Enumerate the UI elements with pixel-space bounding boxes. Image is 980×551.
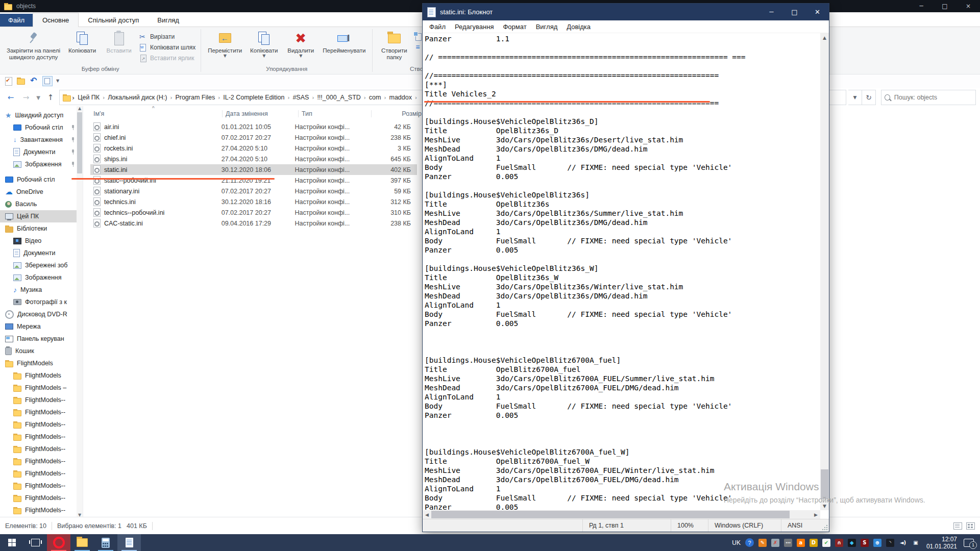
sidebar-item[interactable]: Цей ПК bbox=[0, 210, 77, 222]
copy-path-button[interactable]: Копіювати шлях bbox=[137, 42, 198, 53]
notepad-close-button[interactable]: ✕ bbox=[806, 4, 829, 20]
notepad-vertical-scrollbar[interactable]: ▲ ▼ bbox=[820, 33, 829, 510]
notepad-text-content[interactable]: Panzer 1.1 // ==========================… bbox=[423, 33, 820, 510]
tab-file[interactable]: Файл bbox=[0, 14, 33, 27]
start-button[interactable] bbox=[0, 534, 23, 551]
taskbar-calculator-button[interactable] bbox=[94, 534, 117, 551]
tray-icon[interactable]: D bbox=[810, 539, 818, 547]
breadcrumb-item[interactable]: Цей ПК › bbox=[76, 94, 105, 101]
sidebar-item[interactable]: Документи bbox=[0, 247, 77, 259]
file-row[interactable]: rockets.ini 27.04.2020 5:10 Настройки ко… bbox=[90, 143, 417, 154]
tray-icon[interactable]: ◝ bbox=[886, 539, 894, 547]
paste-shortcut-button[interactable]: Вставити ярлик bbox=[137, 53, 198, 63]
sidebar-item[interactable]: FlightModels-- bbox=[0, 418, 77, 431]
taskbar-explorer-button[interactable] bbox=[70, 534, 94, 551]
file-row[interactable]: technics.ini 30.12.2020 18:16 Настройки … bbox=[90, 196, 417, 207]
breadcrumb-item[interactable]: maddox › bbox=[387, 94, 416, 101]
tray-icon[interactable]: S bbox=[861, 539, 869, 547]
tray-icon[interactable]: ◆ bbox=[848, 539, 856, 547]
move-to-button[interactable]: Перемістити ▼ bbox=[204, 29, 246, 60]
column-header-date[interactable]: Дата змінення bbox=[222, 110, 298, 117]
tab-home[interactable]: Основне bbox=[33, 13, 79, 27]
resize-grip[interactable] bbox=[821, 519, 829, 532]
taskbar-opera-button[interactable] bbox=[47, 534, 70, 551]
tray-icon[interactable]: ✗ bbox=[771, 539, 779, 547]
scrollbar-thumb[interactable] bbox=[821, 469, 828, 499]
sidebar-item[interactable]: FlightModels-- bbox=[0, 492, 77, 504]
sidebar-item[interactable]: Бібліотеки bbox=[0, 222, 77, 235]
file-row[interactable]: static--робочий.ini 21.11.2020 19:21 Нас… bbox=[90, 175, 417, 186]
sidebar-item[interactable]: FlightModels bbox=[0, 369, 77, 382]
cut-button[interactable]: Вирізати bbox=[137, 31, 198, 42]
preview-pane-icon[interactable] bbox=[42, 76, 53, 86]
sidebar-item[interactable]: Швидкий доступ bbox=[0, 109, 77, 121]
sidebar-item[interactable]: Дисковод DVD-R bbox=[0, 308, 77, 320]
properties-icon[interactable] bbox=[4, 77, 13, 86]
explorer-close-button[interactable]: × bbox=[957, 0, 980, 12]
tray-icon[interactable]: ⊕ bbox=[873, 539, 881, 547]
scrollbar-thumb[interactable] bbox=[77, 112, 82, 173]
sidebar-item[interactable]: Зображення bbox=[0, 158, 77, 170]
sidebar-item[interactable]: Завантаження bbox=[0, 134, 77, 146]
column-header-size[interactable]: Розмір bbox=[371, 110, 428, 117]
menu-item[interactable]: Файл bbox=[425, 23, 450, 31]
sidebar-item[interactable]: Документи bbox=[0, 146, 77, 158]
rename-button[interactable]: Перейменувати bbox=[319, 29, 369, 56]
paste-button[interactable]: Вставити bbox=[101, 29, 137, 56]
sidebar-item[interactable]: FlightModels-- bbox=[0, 431, 77, 443]
notepad-minimize-button[interactable]: ─ bbox=[760, 4, 783, 20]
explorer-minimize-button[interactable]: ─ bbox=[910, 0, 933, 12]
breadcrumb-item[interactable]: Program Files › bbox=[173, 94, 220, 101]
tray-icon[interactable]: ⋯ bbox=[784, 539, 792, 547]
sidebar-item[interactable]: Василь bbox=[0, 198, 77, 210]
file-row[interactable]: stationary.ini 07.02.2017 20:27 Настройк… bbox=[90, 186, 417, 196]
file-row[interactable]: technics--робочий.ini 07.02.2017 20:27 Н… bbox=[90, 207, 417, 218]
breadcrumb-item[interactable]: #SAS › bbox=[290, 94, 314, 101]
breadcrumb-item[interactable]: !!!_000_A_STD › bbox=[315, 94, 365, 101]
search-input[interactable] bbox=[893, 93, 972, 102]
menu-item[interactable]: Вигляд bbox=[531, 23, 562, 31]
tray-icon[interactable]: ∩ bbox=[835, 539, 843, 547]
undo-icon[interactable] bbox=[30, 77, 39, 86]
menu-item[interactable]: Редагування bbox=[450, 23, 499, 31]
file-row[interactable]: chief.ini 07.02.2017 20:27 Настройки кон… bbox=[90, 132, 417, 143]
customize-qat-caret[interactable]: ▼ bbox=[56, 79, 59, 83]
tray-icon[interactable]: ✔ bbox=[822, 539, 830, 547]
address-dropdown-caret[interactable]: ▼ bbox=[848, 90, 862, 105]
notification-center-button[interactable]: 1 bbox=[964, 538, 976, 548]
scroll-left-icon[interactable]: ◀ bbox=[423, 510, 431, 519]
sidebar-item[interactable]: FlightModels-- bbox=[0, 406, 77, 418]
column-header-type[interactable]: Тип bbox=[298, 110, 371, 117]
file-row[interactable]: CAC-static.ini 09.04.2016 17:29 Настройк… bbox=[90, 218, 417, 229]
breadcrumb-item[interactable]: IL-2 Complete Edition › bbox=[221, 94, 289, 101]
sidebar-item[interactable]: FlightModels-- bbox=[0, 394, 77, 406]
thumbnails-view-icon[interactable] bbox=[966, 522, 975, 530]
new-folder-button[interactable]: Створити папку bbox=[376, 29, 412, 62]
scroll-down-icon[interactable]: ▼ bbox=[820, 502, 829, 510]
tray-icon[interactable]: ✎ bbox=[758, 539, 767, 547]
task-view-button[interactable] bbox=[23, 534, 47, 551]
up-button[interactable]: ↑ bbox=[44, 93, 57, 102]
sidebar-item[interactable]: FlightModels-- bbox=[0, 480, 77, 492]
sidebar-item[interactable]: Мережа bbox=[0, 320, 77, 333]
scroll-right-icon[interactable]: ▶ bbox=[812, 510, 820, 519]
scrollbar-thumb[interactable] bbox=[431, 511, 790, 518]
refresh-icon[interactable]: ↻ bbox=[862, 90, 876, 105]
explorer-maximize-button[interactable]: □ bbox=[933, 0, 957, 12]
sidebar-item[interactable]: FlightModels-- bbox=[0, 467, 77, 480]
search-box[interactable] bbox=[881, 90, 976, 105]
sidebar-item[interactable]: Фотографії з к bbox=[0, 296, 77, 308]
file-row[interactable]: ships.ini 27.04.2020 5:10 Настройки конф… bbox=[90, 154, 417, 164]
notepad-edit-area[interactable]: Panzer 1.1 // ==========================… bbox=[423, 33, 829, 519]
menu-item[interactable]: Формат bbox=[498, 23, 531, 31]
taskbar-notepad-button[interactable] bbox=[117, 534, 141, 551]
delete-button[interactable]: ✖ Видалити ▼ bbox=[282, 29, 319, 60]
sidebar-item[interactable]: Відео bbox=[0, 235, 77, 247]
file-row[interactable]: static.ini 30.12.2020 18:06 Настройки ко… bbox=[90, 164, 417, 175]
breadcrumb-item[interactable]: com › bbox=[367, 94, 386, 101]
scroll-up-icon[interactable]: ▲ bbox=[77, 106, 83, 111]
sidebar-item[interactable]: FlightModels-- bbox=[0, 443, 77, 455]
sidebar-item[interactable]: Панель керуван bbox=[0, 333, 77, 345]
sidebar-item[interactable]: Зображення bbox=[0, 271, 77, 284]
sidebar-item[interactable]: Кошик bbox=[0, 345, 77, 357]
